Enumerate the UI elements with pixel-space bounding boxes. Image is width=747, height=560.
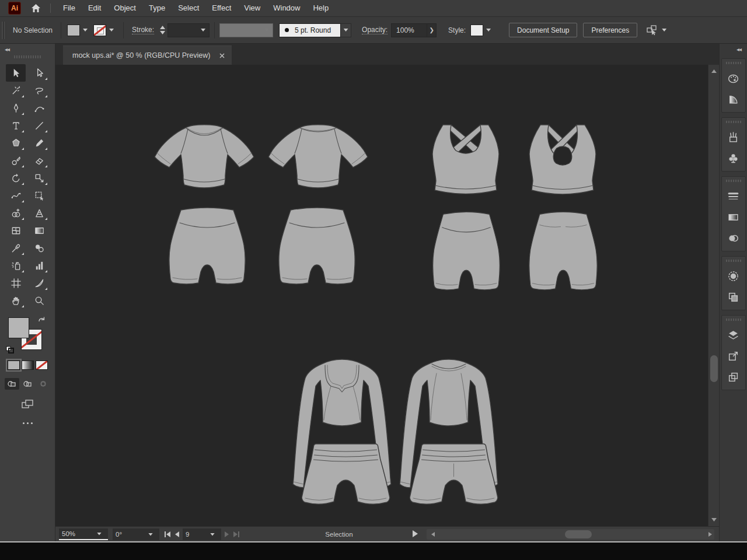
draw-inside-button[interactable] xyxy=(36,378,51,390)
opacity-field[interactable]: 100% xyxy=(391,23,427,37)
close-tab-button[interactable] xyxy=(219,53,225,58)
mockup-biker-shorts-back-1[interactable] xyxy=(273,203,361,288)
tool-paintbrush[interactable] xyxy=(29,134,49,152)
menu-view[interactable]: View xyxy=(238,0,267,16)
tool-column-graph[interactable] xyxy=(29,257,49,274)
menu-type[interactable]: Type xyxy=(142,0,172,16)
gradient-button[interactable] xyxy=(22,360,34,370)
color-panel-button[interactable] xyxy=(724,69,743,88)
tool-blend[interactable] xyxy=(29,239,49,257)
mockup-sports-bra-back[interactable] xyxy=(524,123,601,200)
menu-effect[interactable]: Effect xyxy=(205,0,238,16)
panel-group-grip[interactable] xyxy=(726,121,741,123)
stroke-weight-stepper[interactable] xyxy=(160,26,165,34)
panel-grip[interactable] xyxy=(2,22,6,39)
first-artboard-button[interactable] xyxy=(164,531,171,537)
mockup-biker-shorts-front-2[interactable] xyxy=(428,207,505,293)
panel-group-grip[interactable] xyxy=(726,62,741,64)
canvas[interactable] xyxy=(55,65,708,526)
transparency-panel-button[interactable] xyxy=(724,229,743,247)
next-artboard-button[interactable] xyxy=(225,531,229,537)
mockup-biker-shorts-front-1[interactable] xyxy=(163,203,251,288)
color-button[interactable] xyxy=(8,360,20,370)
tool-direct-selection[interactable] xyxy=(29,64,49,82)
appearance-panel-button[interactable] xyxy=(724,267,743,285)
tool-eyedropper[interactable] xyxy=(6,239,26,257)
fill-stroke-indicator[interactable] xyxy=(8,317,44,351)
horizontal-scroll-thumb[interactable] xyxy=(565,530,592,538)
scroll-left-icon[interactable] xyxy=(431,532,435,537)
menu-edit[interactable]: Edit xyxy=(82,0,107,16)
tool-shape-builder[interactable] xyxy=(6,204,26,222)
opacity-label[interactable]: Opacity: xyxy=(362,26,388,34)
vertical-scrollbar[interactable] xyxy=(708,65,719,526)
document-setup-button[interactable]: Document Setup xyxy=(509,23,577,37)
brush-definition-field[interactable]: 5 pt. Round xyxy=(279,23,341,37)
panel-group-grip[interactable] xyxy=(726,318,741,321)
menu-window[interactable]: Window xyxy=(267,0,306,16)
document-tab[interactable]: mock ups.ai* @ 50 % (RGB/CPU Preview) xyxy=(63,46,232,65)
tool-curvature[interactable] xyxy=(29,99,49,117)
tool-pen[interactable] xyxy=(6,99,26,117)
tool-magic-wand[interactable] xyxy=(6,82,26,99)
edit-toolbar-button[interactable] xyxy=(23,422,33,424)
opacity-expand-button[interactable]: ❯ xyxy=(427,23,437,37)
mockup-loose-shorts-front[interactable] xyxy=(301,440,391,508)
tool-scale[interactable] xyxy=(29,169,49,187)
tool-lasso[interactable] xyxy=(29,82,49,99)
fill-proxy-swatch[interactable] xyxy=(8,317,29,338)
change-screen-mode-button[interactable] xyxy=(21,399,34,410)
tool-perspective-grid[interactable] xyxy=(29,204,49,222)
horizontal-scrollbar[interactable] xyxy=(427,529,714,540)
preferences-button[interactable]: Preferences xyxy=(583,23,637,37)
tool-line-segment[interactable] xyxy=(29,117,49,134)
status-play-button[interactable] xyxy=(413,530,418,537)
artboard-number-dropdown[interactable]: 9 xyxy=(183,528,221,540)
panel-group-grip[interactable] xyxy=(726,260,741,262)
variable-width-profile-dropdown[interactable] xyxy=(219,23,273,37)
tool-shape[interactable] xyxy=(6,134,26,152)
scroll-down-icon[interactable] xyxy=(711,518,717,522)
tool-gradient[interactable] xyxy=(29,222,49,239)
draw-normal-button[interactable] xyxy=(5,378,19,390)
graphic-styles-panel-button[interactable] xyxy=(724,288,743,306)
zoom-level-dropdown[interactable]: 50% xyxy=(59,528,108,540)
home-button[interactable] xyxy=(27,1,44,15)
select-similar-button[interactable] xyxy=(646,24,670,36)
tool-selection[interactable] xyxy=(6,64,26,82)
illustrator-logo[interactable]: Ai xyxy=(8,2,21,15)
mockup-crop-tee-back[interactable] xyxy=(266,120,371,195)
menu-select[interactable]: Select xyxy=(172,0,205,16)
stroke-color-button[interactable] xyxy=(93,24,117,36)
stroke-weight-dropdown[interactable] xyxy=(167,23,210,37)
tool-slice[interactable] xyxy=(29,274,49,292)
layers-panel-button[interactable] xyxy=(724,326,743,344)
color-guide-panel-button[interactable] xyxy=(724,90,743,108)
collapse-panel-icon[interactable]: ◂◂ xyxy=(5,46,9,52)
tool-symbol-sprayer[interactable] xyxy=(6,257,26,274)
vertical-scroll-thumb[interactable] xyxy=(710,355,718,382)
tool-hand[interactable] xyxy=(6,292,26,309)
mockup-loose-shorts-back[interactable] xyxy=(409,440,499,508)
default-fill-stroke-icon[interactable] xyxy=(6,346,15,354)
menu-object[interactable]: Object xyxy=(107,0,142,16)
mockup-crop-tee-front[interactable] xyxy=(152,120,257,195)
tool-eraser[interactable] xyxy=(29,152,49,169)
asset-export-panel-button[interactable] xyxy=(724,368,743,386)
none-button[interactable] xyxy=(36,360,48,370)
stroke-panel-button[interactable] xyxy=(724,187,743,205)
symbols-panel-button[interactable] xyxy=(724,149,743,167)
artboards-panel-button[interactable] xyxy=(724,346,743,365)
tool-type[interactable] xyxy=(6,117,26,134)
tool-rotate[interactable] xyxy=(6,169,26,187)
tool-mesh[interactable] xyxy=(6,222,26,239)
style-swatch-button[interactable] xyxy=(470,24,494,36)
last-artboard-button[interactable] xyxy=(233,531,240,537)
brush-definition-dropdown-button[interactable] xyxy=(341,23,351,37)
mockup-biker-shorts-back-2[interactable] xyxy=(524,207,602,293)
scroll-up-icon[interactable] xyxy=(711,69,717,73)
gradient-panel-button[interactable] xyxy=(724,208,743,226)
menu-file[interactable]: File xyxy=(57,0,82,16)
tool-width[interactable] xyxy=(6,187,26,204)
swap-fill-stroke-icon[interactable] xyxy=(38,316,46,323)
